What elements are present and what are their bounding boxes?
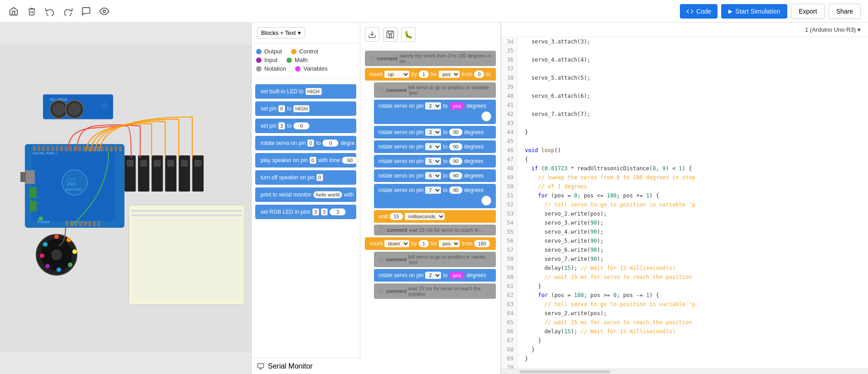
rgb-pin1-select[interactable]: 3 xyxy=(312,208,319,216)
vblock-rotate-5-90: rotate servo on pin 5 to 90 degrees xyxy=(374,155,496,168)
block-play-speaker[interactable]: play speaker on pin 0 with tone xyxy=(255,153,356,168)
rotate7-pin-select[interactable]: 7 xyxy=(425,187,441,194)
math-dot xyxy=(286,58,292,63)
preview-icon[interactable] xyxy=(98,5,111,18)
vblock-rotate-7-90: rotate servo on pin 7 to 90 degrees ⊕ xyxy=(374,184,496,208)
rotate5-pin-select[interactable]: 5 xyxy=(425,158,441,165)
canvas-area: /* holes would be here */ ◯◯ UNO ARDUINO… xyxy=(0,23,252,374)
svg-text:POWER: POWER xyxy=(38,221,49,224)
svg-point-53 xyxy=(68,103,81,115)
count-down-dir-select[interactable]: downup xyxy=(384,240,409,247)
speaker-off-pin-select[interactable]: 0 xyxy=(316,174,323,181)
svg-rect-28 xyxy=(101,146,104,151)
rotate6-pin-select[interactable]: 6 xyxy=(425,172,441,179)
pin-select-val[interactable]: 3 xyxy=(278,122,285,129)
serial-text-input[interactable] xyxy=(313,191,342,198)
svg-point-51 xyxy=(53,103,65,115)
svg-rect-27 xyxy=(97,146,99,151)
svg-point-73 xyxy=(68,263,73,267)
category-list: Output Control Input Math xyxy=(252,43,360,77)
count-dir-select[interactable]: updown xyxy=(384,71,409,78)
zoom-btn-1[interactable]: ⊕ xyxy=(481,111,491,121)
rotate2b-pin-select[interactable]: 2 xyxy=(425,272,441,279)
svg-rect-29 xyxy=(106,146,108,151)
zoom-btn-2[interactable]: ⊕ xyxy=(481,196,491,206)
svg-rect-33 xyxy=(29,187,37,198)
category-row-3: Notation Variables xyxy=(256,65,355,72)
svg-point-0 xyxy=(103,10,106,13)
category-notation-label: Notation xyxy=(264,65,286,72)
code-panel: 1 (Arduino Uno R3) ▾ 34 35 36 37 38 39 4… xyxy=(501,23,868,374)
svg-rect-22 xyxy=(74,146,77,151)
rotate2-pin-select[interactable]: 2 xyxy=(425,102,441,110)
led-state-select[interactable]: HIGHLOW xyxy=(305,88,322,95)
scrollbar-thumb[interactable] xyxy=(519,370,610,373)
serial-monitor-bar[interactable]: Serial Monitor xyxy=(252,358,360,374)
notation-dot xyxy=(256,66,262,72)
speaker-tone-input[interactable] xyxy=(342,157,358,164)
category-variables[interactable]: Variables xyxy=(295,65,327,72)
pin-state-select[interactable]: HIGHLOW xyxy=(293,105,310,112)
line-numbers: 34 35 36 37 38 39 40 41 42 43 44 45 46 4… xyxy=(501,37,518,369)
svg-text:ARDUINO: ARDUINO xyxy=(65,187,82,192)
serial-monitor-label: Serial Monitor xyxy=(268,362,313,370)
wait-unit-select[interactable]: millisecondsseconds xyxy=(405,213,445,220)
svg-rect-97 xyxy=(257,364,263,368)
comment-icon[interactable] xyxy=(80,5,92,18)
svg-rect-23 xyxy=(78,146,81,151)
vblock-rotate-2-pos: rotate servo on pin 2 to pos degrees ⊕ xyxy=(374,100,496,124)
block-set-pin-high[interactable]: set pin 0 to HIGHLOW xyxy=(255,101,356,116)
rgb-pin3-input[interactable] xyxy=(330,208,346,216)
block-set-led[interactable]: set built-in LED to HIGHLOW xyxy=(255,84,356,99)
block-turn-off-speaker[interactable]: turn off speaker on pin 0 xyxy=(255,170,356,185)
category-notation[interactable]: Notation xyxy=(256,65,286,72)
category-math[interactable]: Math xyxy=(286,57,308,63)
rgb-pin2-select[interactable]: 3 xyxy=(321,208,328,216)
pin-select-high[interactable]: 0 xyxy=(278,105,285,112)
svg-rect-32 xyxy=(119,146,122,151)
vblock-comment-wait-bottom: comment wait 15 ms for servo to reach th… xyxy=(374,283,496,299)
count-down-var-select[interactable]: pos xyxy=(439,240,460,247)
blocks-mode-dropdown[interactable]: Blocks + Text ▾ xyxy=(257,27,305,38)
delete-icon[interactable] xyxy=(25,5,38,18)
speaker-pin-select[interactable]: 0 xyxy=(310,157,316,164)
svg-rect-58 xyxy=(140,160,147,167)
block-rgb-led[interactable]: set RGB LED in pins 3 3 xyxy=(255,205,356,219)
download-tool-btn[interactable] xyxy=(365,27,379,42)
svg-rect-45 xyxy=(97,221,100,226)
device-select[interactable]: 1 (Arduino Uno R3) ▾ xyxy=(805,26,861,33)
vblock-rotate-2-pos-bottom: rotate servo on pin 2 to pos degrees xyxy=(374,269,496,282)
svg-rect-81 xyxy=(389,35,392,38)
pin-value-input[interactable] xyxy=(293,122,310,129)
svg-rect-4 xyxy=(131,214,242,216)
rotate3-pin-select[interactable]: 3 xyxy=(425,129,441,136)
svg-rect-25 xyxy=(87,146,90,151)
horizontal-scrollbar[interactable] xyxy=(501,369,868,374)
vblock-rotate-3-90: rotate servo on pin 3 to 90 degrees xyxy=(374,126,496,139)
debug-tool-btn[interactable]: 🐛 xyxy=(401,27,416,42)
servo-angle-input[interactable] xyxy=(322,139,339,147)
blocks-mode-label: Blocks + Text xyxy=(261,29,296,36)
start-simulation-button[interactable]: ▶ Start Simulation xyxy=(721,4,787,19)
home-icon[interactable] xyxy=(7,5,20,18)
code-button[interactable]: Code xyxy=(680,4,718,19)
category-input[interactable]: Input xyxy=(256,57,277,63)
rotate4-pin-select[interactable]: 4 xyxy=(425,143,441,150)
code-content[interactable]: 34 35 36 37 38 39 40 41 42 43 44 45 46 4… xyxy=(501,37,868,369)
device-label: 1 (Arduino Uno R3) xyxy=(805,26,856,33)
category-control[interactable]: Control xyxy=(291,48,318,55)
category-output[interactable]: Output xyxy=(256,48,282,55)
svg-rect-80 xyxy=(388,31,392,34)
share-button[interactable]: Share xyxy=(829,4,861,19)
redo-icon[interactable] xyxy=(62,5,74,18)
save-tool-btn[interactable] xyxy=(383,27,398,42)
block-set-pin-value[interactable]: set pin 3 to xyxy=(255,119,356,133)
export-button[interactable]: Export xyxy=(791,4,824,19)
undo-icon[interactable] xyxy=(44,5,56,18)
block-rotate-servo[interactable]: rotate servo on pin 0 to degre... xyxy=(255,136,356,150)
count-var-select[interactable]: pos xyxy=(439,71,460,78)
output-dot xyxy=(256,49,262,54)
servo-pin-select[interactable]: 0 xyxy=(307,139,314,147)
block-print-serial[interactable]: print to serial monitor with xyxy=(255,187,356,202)
svg-point-54 xyxy=(101,102,108,109)
